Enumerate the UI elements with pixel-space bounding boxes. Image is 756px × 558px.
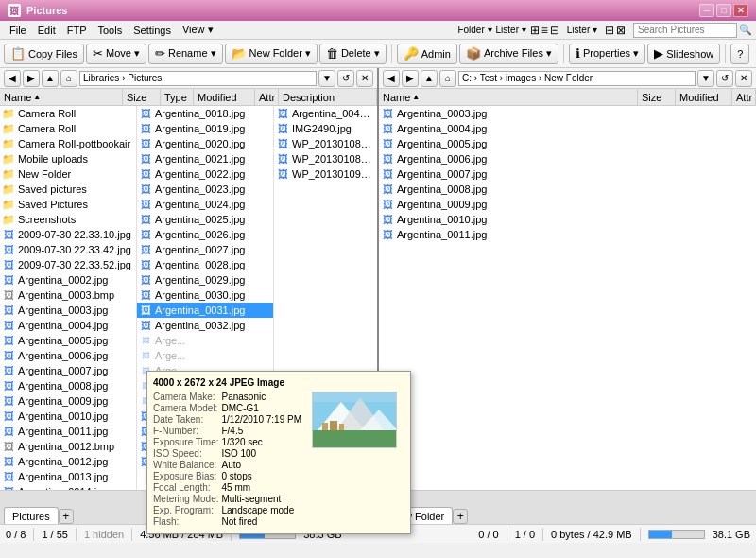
- list-item[interactable]: 🖼Argentina_0007.jpg: [379, 166, 756, 182]
- admin-button[interactable]: 🔑 Admin: [397, 44, 457, 64]
- rcol-name[interactable]: Name ▲: [379, 89, 638, 105]
- list-item[interactable]: 🖼Argentina_0013.jpg: [0, 469, 136, 484]
- col-desc[interactable]: Description: [279, 89, 377, 105]
- rcol-modified[interactable]: Modified: [676, 89, 732, 105]
- list-item[interactable]: 📁Camera Roll-pottbookair: [0, 136, 136, 151]
- rcol-size[interactable]: Size: [638, 89, 676, 105]
- list-item[interactable]: 🖼Argentina_0025.jpg: [137, 212, 273, 227]
- list-item[interactable]: 🖼Argentina_0003.bmp: [0, 288, 136, 303]
- list-item[interactable]: 🖼Argentina_0018.jpg: [137, 106, 273, 121]
- list-item[interactable]: 🖼Argentina_0020.jpg: [137, 136, 273, 151]
- menu-ftp[interactable]: FTP: [61, 23, 93, 38]
- list-item[interactable]: 🖼Arge...: [137, 348, 273, 363]
- list-item[interactable]: 🖼Argentina_0005.jpg: [379, 136, 756, 151]
- list-item[interactable]: 🖼2009-07-30 22.33.42.jpg: [0, 242, 136, 257]
- close-button[interactable]: ✕: [733, 4, 748, 17]
- list-item[interactable]: 🖼Argentina_0028.jpg: [137, 257, 273, 272]
- list-item[interactable]: 🖼Argentina_0004.jpg: [0, 318, 136, 333]
- list-item[interactable]: 🖼Argentina_0006.jpg: [379, 151, 756, 166]
- list-item[interactable]: 🖼Argentina_0008.jpg: [0, 378, 136, 393]
- menu-edit[interactable]: Edit: [32, 23, 61, 38]
- list-item[interactable]: 🖼Argentina_0003.jpg: [379, 106, 756, 121]
- list-item[interactable]: 📁Mobile uploads: [0, 151, 136, 166]
- list-item[interactable]: 🖼Argentina_0026.jpg: [137, 227, 273, 242]
- view-icon-1[interactable]: ⊞: [530, 24, 540, 37]
- list-item[interactable]: 🖼Argentina_0019.jpg: [137, 121, 273, 136]
- view-icon-3[interactable]: ⊟: [550, 24, 559, 37]
- left-home-button[interactable]: ⌂: [60, 70, 77, 87]
- list-item[interactable]: 🖼Argentina_0023.jpg: [137, 182, 273, 197]
- list-item[interactable]: 🖼Argentina_0022.jpg: [137, 166, 273, 182]
- help-button[interactable]: ?: [730, 44, 749, 64]
- lister-icon-1[interactable]: ⊟: [605, 24, 614, 37]
- left-up-button[interactable]: ▲: [42, 70, 59, 87]
- list-item[interactable]: 🖼Argentina_0030.jpg: [137, 288, 273, 303]
- copy-files-button[interactable]: 📋 Copy Files: [4, 44, 84, 64]
- minimize-button[interactable]: ─: [699, 4, 714, 17]
- list-item-selected[interactable]: 🖼Argentina_0031.jpg: [137, 303, 273, 318]
- maximize-button[interactable]: □: [716, 4, 731, 17]
- list-item[interactable]: 🖼IMG2490.jpg: [274, 121, 377, 136]
- search-icon[interactable]: 🔍: [739, 24, 752, 36]
- right-up-button[interactable]: ▲: [421, 70, 438, 87]
- col-size[interactable]: Size: [123, 89, 161, 105]
- left-expand-button[interactable]: ▼: [318, 70, 335, 87]
- menu-file[interactable]: File: [4, 23, 32, 38]
- list-item[interactable]: 🖼2009-07-30 22.33.10.jpg: [0, 227, 136, 242]
- list-item[interactable]: 🖼Argentina_0049.jpg: [274, 106, 377, 121]
- col-name[interactable]: Name ▲: [0, 89, 123, 105]
- list-item[interactable]: 🖼Argentina_0003.jpg: [0, 303, 136, 318]
- left-sync-button[interactable]: ↺: [337, 70, 354, 87]
- list-item[interactable]: 🖼Argentina_0032.jpg: [137, 318, 273, 333]
- rename-button[interactable]: ✏ Rename ▾: [148, 44, 223, 64]
- left-close-button[interactable]: ✕: [356, 70, 373, 87]
- right-back-button[interactable]: ◀: [383, 70, 400, 87]
- new-folder-button[interactable]: 📂 New Folder ▾: [225, 44, 318, 64]
- add-tab-right-button[interactable]: +: [453, 509, 468, 524]
- col-type[interactable]: Type: [161, 89, 194, 105]
- add-tab-left-button[interactable]: +: [59, 509, 74, 524]
- list-item[interactable]: 🖼Argentina_0010.jpg: [379, 212, 756, 227]
- right-expand-button[interactable]: ▼: [697, 70, 714, 87]
- list-item[interactable]: 📁Saved Pictures: [0, 197, 136, 212]
- list-item[interactable]: 🖼Argentina_0027.jpg: [137, 242, 273, 257]
- col-modified[interactable]: Modified: [194, 89, 255, 105]
- menu-tools[interactable]: Tools: [92, 23, 128, 38]
- right-home-button[interactable]: ⌂: [439, 70, 456, 87]
- rcol-attr[interactable]: Attr: [732, 89, 756, 105]
- list-item[interactable]: 🖼2009-07-30 22.33.52.jpg: [0, 257, 136, 272]
- list-item[interactable]: 🖼WP_20130108_004.jpg: [274, 151, 377, 166]
- slideshow-button[interactable]: ▶ Slideshow: [647, 44, 720, 64]
- archive-files-button[interactable]: 📦 Archive Files ▾: [459, 44, 558, 64]
- list-item[interactable]: 🖼Argentina_0010.jpg: [0, 409, 136, 424]
- left-path-input[interactable]: [79, 71, 317, 86]
- list-item[interactable]: 🖼Argentina_0004.jpg: [379, 121, 756, 136]
- list-item[interactable]: 🖼WP_20130108_003.jpg: [274, 136, 377, 151]
- list-item[interactable]: 📁Saved pictures: [0, 182, 136, 197]
- list-item[interactable]: 📁Camera Roll: [0, 106, 136, 121]
- list-item[interactable]: 🖼Argentina_0009.jpg: [379, 197, 756, 212]
- menu-view[interactable]: View ▾: [177, 22, 219, 38]
- list-item[interactable]: 🖼Argentina_0021.jpg: [137, 151, 273, 166]
- tab-pictures[interactable]: Pictures: [4, 507, 59, 524]
- right-close-button[interactable]: ✕: [735, 70, 752, 87]
- list-item[interactable]: 🖼Argentina_0011.jpg: [0, 424, 136, 439]
- list-item[interactable]: 🖼Argentina_0005.jpg: [0, 333, 136, 348]
- list-item[interactable]: 🖼Arge...: [137, 333, 273, 348]
- list-item[interactable]: 🖼Argentina_0024.jpg: [137, 197, 273, 212]
- list-item[interactable]: 🖼Argentina_0006.jpg: [0, 348, 136, 363]
- list-item[interactable]: 🖼Argentina_0012.bmp: [0, 439, 136, 454]
- list-item[interactable]: 🖼Argentina_0029.jpg: [137, 272, 273, 288]
- list-item[interactable]: 🖼Argentina_0007.jpg: [0, 363, 136, 378]
- delete-button[interactable]: 🗑 Delete ▾: [319, 44, 387, 64]
- search-input[interactable]: [633, 23, 737, 38]
- list-item[interactable]: 🖼WP_20130109_003.jpg: [274, 166, 377, 182]
- list-item[interactable]: 🖼Argentina_0012.jpg: [0, 454, 136, 469]
- list-item[interactable]: 📁Screenshots: [0, 212, 136, 227]
- right-forward-button[interactable]: ▶: [402, 70, 419, 87]
- list-item[interactable]: 🖼Argentina_0002.jpg: [0, 272, 136, 288]
- list-item[interactable]: 🖼Argentina_0014.jpg: [0, 484, 136, 490]
- right-sync-button[interactable]: ↺: [716, 70, 733, 87]
- list-item[interactable]: 🖼Argentina_0009.jpg: [0, 393, 136, 409]
- move-button[interactable]: ✂ Move ▾: [86, 44, 146, 64]
